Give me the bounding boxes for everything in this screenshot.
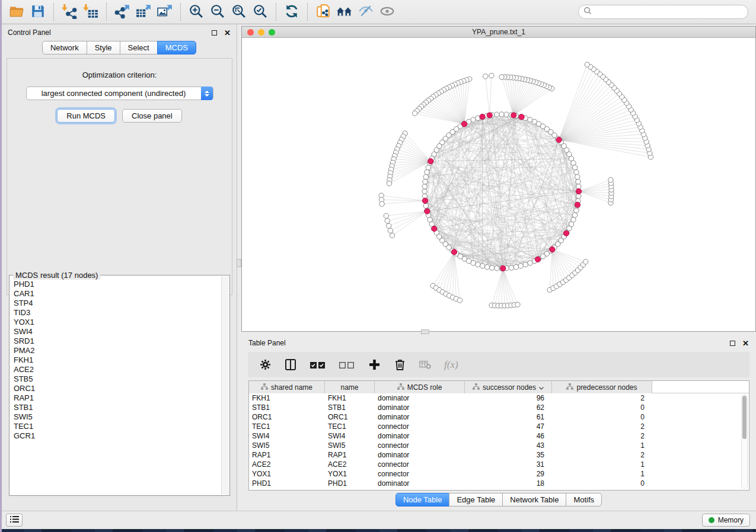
mcds-result-item[interactable]: SRD1 bbox=[14, 336, 221, 346]
table-cell[interactable]: 2 bbox=[552, 451, 652, 459]
leaf-node[interactable] bbox=[483, 74, 488, 79]
ring-node[interactable] bbox=[509, 265, 513, 270]
float-window-icon[interactable] bbox=[212, 30, 217, 36]
export-table-button[interactable] bbox=[134, 2, 153, 21]
dominator-node[interactable] bbox=[432, 226, 437, 231]
zoom-fit-button[interactable] bbox=[229, 2, 248, 21]
table-cell[interactable]: ACE2 bbox=[249, 460, 325, 469]
clone-network-button[interactable] bbox=[314, 2, 333, 21]
tab-mcds[interactable]: MCDS bbox=[157, 41, 196, 55]
tab-style[interactable]: Style bbox=[87, 41, 120, 55]
table-cell[interactable]: YOX1 bbox=[249, 470, 325, 478]
ring-node[interactable] bbox=[574, 208, 579, 213]
vertical-split-divider[interactable] bbox=[237, 24, 241, 511]
ring-node[interactable] bbox=[428, 217, 432, 222]
table-row[interactable]: SWI4SWI4dominator462 bbox=[249, 431, 749, 441]
ring-node[interactable] bbox=[422, 189, 427, 194]
ring-node[interactable] bbox=[495, 112, 499, 117]
mcds-result-item[interactable]: STB5 bbox=[14, 374, 221, 384]
table-cell[interactable]: PHD1 bbox=[249, 479, 325, 488]
mcds-result-item[interactable]: SWI4 bbox=[14, 327, 221, 336]
table-cell[interactable]: connector bbox=[375, 422, 465, 431]
dominator-node[interactable] bbox=[511, 113, 516, 118]
table-cell[interactable]: 0 bbox=[552, 479, 652, 488]
table-cell[interactable]: 47 bbox=[465, 422, 552, 431]
gear-icon[interactable] bbox=[259, 358, 272, 371]
ring-node[interactable] bbox=[528, 261, 532, 265]
horizontal-split-handle[interactable] bbox=[421, 329, 429, 334]
open-session-button[interactable] bbox=[7, 2, 26, 21]
table-cell[interactable]: 1 bbox=[552, 470, 652, 478]
tab-node-table[interactable]: Node Table bbox=[395, 493, 450, 507]
mcds-result-item[interactable]: TEC1 bbox=[14, 422, 221, 431]
leaf-node[interactable] bbox=[384, 213, 388, 218]
mcds-result-item[interactable]: RAP1 bbox=[14, 393, 221, 403]
table-row[interactable]: FKH1FKH1dominator962 bbox=[249, 393, 749, 403]
mcds-result-item[interactable]: STB1 bbox=[14, 403, 221, 412]
ring-node[interactable] bbox=[423, 203, 428, 208]
table-cell[interactable]: TEC1 bbox=[249, 422, 325, 431]
run-mcds-button[interactable]: Run MCDS bbox=[57, 109, 115, 123]
table-row[interactable]: PHD1PHD1dominator180 bbox=[249, 479, 749, 488]
table-cell[interactable]: STB1 bbox=[325, 403, 375, 412]
table-cell[interactable]: 2 bbox=[552, 432, 652, 440]
dominator-node[interactable] bbox=[556, 137, 562, 142]
split-handle[interactable] bbox=[237, 259, 241, 267]
table-cell[interactable]: SWI4 bbox=[249, 432, 325, 440]
ring-node[interactable] bbox=[480, 264, 485, 268]
mcds-result-item[interactable]: ORC1 bbox=[14, 384, 221, 393]
ring-node[interactable] bbox=[576, 194, 581, 198]
optimization-criterion-select[interactable]: largest connected component (undirected) bbox=[26, 86, 213, 100]
mcds-result-item[interactable]: FKH1 bbox=[14, 355, 221, 365]
table-cell[interactable]: dominator bbox=[375, 432, 465, 440]
table-cell[interactable]: dominator bbox=[375, 413, 465, 421]
table-cell[interactable]: PHD1 bbox=[325, 479, 375, 488]
ring-node[interactable] bbox=[576, 184, 581, 189]
zoom-out-button[interactable] bbox=[208, 2, 227, 21]
mcds-result-item[interactable]: PMA2 bbox=[14, 346, 221, 355]
task-history-button[interactable] bbox=[6, 514, 23, 527]
table-cell[interactable]: 29 bbox=[465, 470, 552, 478]
table-cell[interactable]: dominator bbox=[375, 451, 465, 459]
select-all-icon[interactable] bbox=[310, 358, 326, 371]
ring-node[interactable] bbox=[425, 170, 429, 175]
ring-node[interactable] bbox=[499, 112, 504, 117]
table-cell[interactable]: YOX1 bbox=[325, 470, 375, 478]
column-header-shared-name[interactable]: shared name bbox=[249, 381, 325, 393]
save-session-button[interactable] bbox=[28, 2, 47, 21]
table-cell[interactable]: dominator bbox=[375, 479, 465, 488]
leaf-node[interactable] bbox=[379, 201, 384, 206]
table-cell[interactable]: 18 bbox=[465, 479, 552, 488]
leaf-node[interactable] bbox=[457, 298, 462, 303]
dominator-node[interactable] bbox=[576, 188, 581, 194]
ring-node[interactable] bbox=[426, 165, 430, 170]
add-row-icon[interactable] bbox=[368, 358, 381, 371]
table-cell[interactable]: 1 bbox=[552, 460, 652, 469]
table-cell[interactable]: 1 bbox=[552, 441, 652, 450]
dominator-node[interactable] bbox=[422, 198, 428, 203]
ring-node[interactable] bbox=[490, 265, 495, 270]
table-scrollbar[interactable] bbox=[741, 395, 748, 489]
close-panel-icon[interactable]: ✕ bbox=[224, 30, 231, 36]
table-row[interactable]: RAP1RAP1dominator352 bbox=[249, 450, 749, 460]
tab-edge-table[interactable]: Edge Table bbox=[449, 493, 503, 507]
leaf-node[interactable] bbox=[608, 178, 613, 182]
ring-node[interactable] bbox=[523, 262, 528, 267]
ring-node[interactable] bbox=[576, 180, 580, 184]
mcds-result-item[interactable]: YOX1 bbox=[14, 318, 221, 327]
export-network-button[interactable] bbox=[113, 2, 132, 21]
table-cell[interactable]: 62 bbox=[465, 403, 552, 412]
leaf-node[interactable] bbox=[499, 75, 504, 79]
table-cell[interactable]: 43 bbox=[465, 441, 552, 450]
table-cell[interactable]: dominator bbox=[375, 403, 465, 412]
table-cell[interactable]: TEC1 bbox=[325, 422, 375, 431]
table-cell[interactable]: ACE2 bbox=[325, 460, 375, 469]
ring-node[interactable] bbox=[513, 265, 518, 270]
table-cell[interactable]: 2 bbox=[552, 422, 652, 431]
ring-node[interactable] bbox=[572, 165, 577, 170]
memory-button[interactable]: Memory bbox=[702, 514, 750, 527]
dominator-node[interactable] bbox=[500, 265, 506, 271]
table-cell[interactable]: RAP1 bbox=[249, 451, 325, 459]
leaf-node[interactable] bbox=[385, 219, 390, 223]
result-list-scrollbar[interactable] bbox=[221, 276, 229, 495]
